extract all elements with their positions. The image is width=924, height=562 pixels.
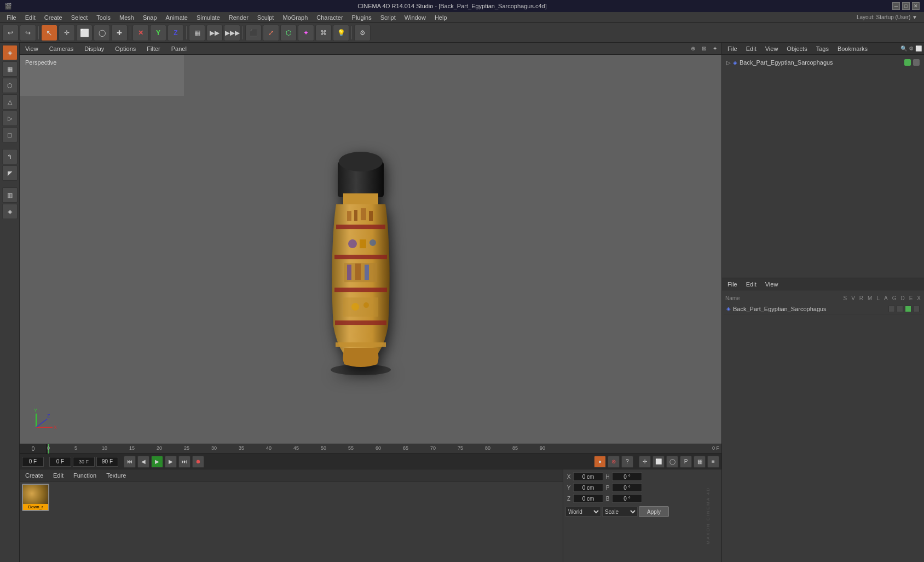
tree-item-sarcophagus[interactable]: ▷ ◈ Back_Part_Egyptian_Sarcophagus <box>724 57 922 68</box>
light-tool[interactable]: 💡 <box>333 25 349 41</box>
attr-ctrl-1[interactable] <box>888 306 895 312</box>
vp-icon-2[interactable]: ⊠ <box>700 44 708 53</box>
timeline-ruler[interactable]: 0 5 10 15 20 25 30 35 40 45 50 55 60 65 … <box>47 444 721 454</box>
p-rotation-input[interactable] <box>612 483 642 492</box>
menu-character[interactable]: Character <box>312 13 347 22</box>
h-rotation-input[interactable] <box>612 472 642 481</box>
z-axis[interactable]: Z <box>168 25 184 41</box>
menu-animate[interactable]: Animate <box>161 13 192 22</box>
mat-menu-texture[interactable]: Texture <box>103 471 129 480</box>
cube-tool[interactable]: ⬛ <box>245 25 262 41</box>
nurbs-tool[interactable]: ⬡ <box>280 25 297 41</box>
menu-mograph[interactable]: MoGraph <box>278 13 312 22</box>
point-keys-btn[interactable]: ▦ <box>694 456 706 468</box>
bend-deformer[interactable]: ↰ <box>2 149 18 164</box>
menu-sculpt[interactable]: Sculpt <box>253 13 279 22</box>
rotate-keys-btn[interactable]: ◯ <box>666 456 678 468</box>
obj-menu-objects[interactable]: Objects <box>783 44 810 53</box>
undo-button[interactable]: ↩ <box>2 25 19 41</box>
tree-visibility-dot[interactable] <box>904 59 911 66</box>
menu-script[interactable]: Script <box>376 13 400 22</box>
select-tool[interactable]: ↖ <box>41 25 57 41</box>
material-thumbnail[interactable]: Down_r <box>22 484 49 511</box>
menu-plugins[interactable]: Plugins <box>348 13 376 22</box>
expand-icon[interactable]: ⬜ <box>915 45 922 51</box>
transform-mode-select[interactable]: Scale Move Rotate <box>602 507 638 517</box>
attr-menu-view[interactable]: View <box>762 280 782 289</box>
start-frame-input[interactable] <box>49 457 71 467</box>
menu-mesh[interactable]: Mesh <box>115 13 138 22</box>
record-btn[interactable]: ⏺ <box>192 456 204 468</box>
obj-menu-tags[interactable]: Tags <box>813 44 832 53</box>
obj-menu-bookmarks[interactable]: Bookmarks <box>834 44 871 53</box>
x-position-input[interactable] <box>573 472 603 481</box>
go-start-btn[interactable]: ⏮ <box>124 456 136 468</box>
z-position-input[interactable] <box>573 494 603 503</box>
obj-menu-file[interactable]: File <box>724 44 741 53</box>
y-axis[interactable]: Y <box>150 25 166 41</box>
render-view[interactable]: ▦ <box>189 25 205 41</box>
record-mode-btn[interactable]: ● <box>594 456 606 468</box>
menu-create[interactable]: Create <box>40 13 67 22</box>
stop-btn[interactable]: ⊗ <box>608 456 620 468</box>
vp-menu-cameras[interactable]: Cameras <box>46 44 77 53</box>
minimize-button[interactable]: ─ <box>892 2 900 10</box>
attr-ctrl-4[interactable] <box>913 306 920 312</box>
menu-select[interactable]: Select <box>67 13 93 22</box>
menu-file[interactable]: File <box>2 13 21 22</box>
go-end-btn[interactable]: ⏭ <box>178 456 190 468</box>
render-anim[interactable]: ▶▶ <box>206 25 223 41</box>
next-frame-btn[interactable]: ▶ <box>165 456 177 468</box>
vp-menu-view[interactable]: View <box>22 44 42 53</box>
render-batch[interactable]: ▶▶▶ <box>224 25 240 41</box>
object-mode[interactable]: ◻ <box>2 127 18 142</box>
knife-tool[interactable]: ◤ <box>2 165 18 181</box>
prev-frame-btn[interactable]: ◀ <box>137 456 149 468</box>
timeline-btn[interactable]: ≡ <box>707 456 719 468</box>
mat-menu-edit[interactable]: Edit <box>50 471 67 480</box>
obj-menu-view[interactable]: View <box>762 44 782 53</box>
attr-menu-edit[interactable]: Edit <box>743 280 760 289</box>
apply-button[interactable]: Apply <box>639 506 669 517</box>
vp-icon-1[interactable]: ⊕ <box>689 44 697 53</box>
mat-menu-function[interactable]: Function <box>70 471 100 480</box>
model-mode[interactable]: ◈ <box>2 45 18 60</box>
menu-edit[interactable]: Edit <box>21 13 40 22</box>
maximize-button[interactable]: □ <box>902 2 910 10</box>
vp-menu-filter[interactable]: Filter <box>143 44 163 53</box>
scale-keys-btn[interactable]: ⬜ <box>652 456 665 468</box>
y-position-input[interactable] <box>573 483 603 492</box>
paint-tool[interactable]: ◈ <box>2 204 18 219</box>
menu-simulate[interactable]: Simulate <box>192 13 224 22</box>
settings-icon[interactable]: ⚙ <box>909 45 914 51</box>
redo-button[interactable]: ↪ <box>20 25 36 41</box>
attr-ctrl-3[interactable] <box>905 306 911 312</box>
param-keys-btn[interactable]: P <box>680 456 692 468</box>
polygon-mode[interactable]: ⬡ <box>2 78 18 93</box>
point-mode[interactable]: ▷ <box>2 111 18 126</box>
deformer-tool[interactable]: ✦ <box>298 25 314 41</box>
end-frame-input[interactable] <box>96 457 118 467</box>
attr-object-row[interactable]: ◈ Back_Part_Egyptian_Sarcophagus <box>724 303 922 314</box>
menu-tools[interactable]: Tools <box>92 13 115 22</box>
scale-tool[interactable]: ⬜ <box>76 25 93 41</box>
help-btn[interactable]: ? <box>621 456 633 468</box>
edge-mode[interactable]: △ <box>2 94 18 110</box>
attr-menu-file[interactable]: File <box>724 280 741 289</box>
scene-area[interactable]: Perspective <box>20 55 721 444</box>
obj-menu-edit[interactable]: Edit <box>743 44 760 53</box>
coord-system-select[interactable]: World Object <box>565 507 601 517</box>
scene-settings[interactable]: ⚙ <box>354 25 371 41</box>
tree-render-dot[interactable] <box>913 59 920 66</box>
move-keys-btn[interactable]: ✛ <box>639 456 651 468</box>
current-frame-input[interactable] <box>22 457 44 467</box>
attr-ctrl-2[interactable] <box>897 306 903 312</box>
search-icon[interactable]: 🔍 <box>900 45 907 51</box>
vp-icon-3[interactable]: ✦ <box>711 44 719 53</box>
x-axis[interactable]: ✕ <box>132 25 149 41</box>
menu-snap[interactable]: Snap <box>138 13 161 22</box>
menu-render[interactable]: Render <box>224 13 253 22</box>
play-btn[interactable]: ▶ <box>151 456 163 468</box>
mesh-mode[interactable]: ▦ <box>2 61 18 77</box>
close-button[interactable]: ✕ <box>912 2 920 10</box>
